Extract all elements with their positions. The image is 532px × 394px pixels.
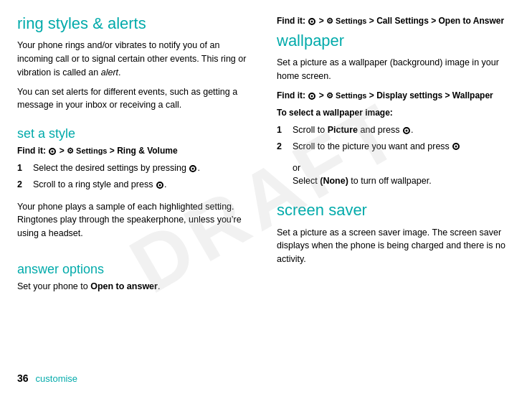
open-to-answer-bold: Open to answer bbox=[90, 281, 158, 291]
wallpaper-title: wallpaper bbox=[277, 32, 515, 50]
dot-icon-1 bbox=[49, 148, 56, 155]
wp-step-1-text: Scroll to Picture and press . bbox=[293, 123, 413, 137]
find-it-arrow-1: > bbox=[60, 146, 67, 156]
answer-options-title: answer options bbox=[17, 262, 255, 277]
find-it-wp-arrow: > bbox=[319, 90, 326, 100]
find-it-wp-path: > Display settings > Wallpaper bbox=[369, 90, 493, 100]
find-it-answer-settings: ⚙ Settings bbox=[326, 17, 366, 25]
page-container: ring styles & alerts Your phone rings an… bbox=[0, 0, 532, 394]
find-it-wp-label: Find it: bbox=[277, 90, 305, 100]
step-1-num: 1 bbox=[17, 161, 27, 175]
find-it-setstyle: Find it: > ⚙ Settings > Ring & Volume bbox=[17, 144, 255, 157]
wp-step-2: 2 Scroll to the picture you want and pre… bbox=[277, 140, 515, 154]
page-footer: 36 customise bbox=[17, 372, 77, 384]
wallpaper-body: Set a picture as a wallpaper (background… bbox=[277, 56, 515, 83]
dot-icon-answer bbox=[308, 18, 315, 25]
find-it-answer-path: > Call Settings > Open to Answer bbox=[369, 16, 504, 26]
page-number: 36 bbox=[17, 372, 29, 384]
wp-step-1: 1 Scroll to Picture and press . bbox=[277, 123, 515, 137]
step-2: 2 Scroll to a ring style and press . bbox=[17, 178, 255, 192]
step-2-num: 2 bbox=[17, 178, 27, 192]
wp-step-2-num: 2 bbox=[277, 140, 287, 154]
find-it-wp-settings: ⚙ Settings bbox=[326, 91, 366, 100]
wp-step-2-text: Scroll to the picture you want and press bbox=[293, 140, 460, 154]
right-column: Find it: > ⚙ Settings > Call Settings > … bbox=[277, 14, 515, 380]
page-label: customise bbox=[36, 373, 78, 384]
intro-paragraph-1: Your phone rings and/or vibrates to noti… bbox=[17, 39, 255, 79]
intro-text-1-end: . bbox=[118, 67, 120, 78]
main-title: ring styles & alerts bbox=[17, 14, 255, 33]
wp-step-1-num: 1 bbox=[277, 123, 287, 137]
set-style-steps: 1 Select the desired settings by pressin… bbox=[17, 161, 255, 194]
find-it-answer-arrow: > bbox=[319, 16, 326, 26]
find-it-wallpaper: Find it: > ⚙ Settings > Display settings… bbox=[277, 89, 515, 102]
or-text: or bbox=[293, 163, 515, 173]
step-note: Your phone plays a sample of each highli… bbox=[17, 200, 255, 240]
left-column: ring styles & alerts Your phone rings an… bbox=[17, 14, 255, 380]
dot-icon-wp bbox=[308, 93, 315, 100]
find-it-ring: > Ring & Volume bbox=[110, 146, 178, 156]
screen-saver-body: Set a picture as a screen saver image. T… bbox=[277, 226, 515, 266]
find-it-label: Find it: bbox=[17, 146, 46, 156]
step-1: 1 Select the desired settings by pressin… bbox=[17, 161, 255, 175]
find-it-answer: Find it: > ⚙ Settings > Call Settings > … bbox=[277, 14, 515, 27]
intro-text-1: Your phone rings and/or vibrates to noti… bbox=[17, 40, 246, 78]
set-style-title: set a style bbox=[17, 126, 255, 141]
select-wallpaper-label: To select a wallpaper image: bbox=[277, 106, 515, 119]
screen-saver-title: screen saver bbox=[277, 201, 515, 220]
find-it-settings-icon: ⚙ Settings bbox=[67, 146, 107, 155]
alert-word: alert bbox=[101, 67, 118, 78]
none-bold: (None) bbox=[320, 176, 348, 186]
step-2-text: Scroll to a ring style and press . bbox=[33, 178, 166, 192]
step-1-text: Select the desired settings by pressing … bbox=[33, 161, 200, 175]
select-none-text: Select (None) to turn off wallpaper. bbox=[293, 174, 515, 188]
intro-paragraph-2: You can set alerts for different events,… bbox=[17, 85, 255, 113]
answer-body: Set your phone to Open to answer. bbox=[17, 280, 255, 294]
wallpaper-steps: 1 Scroll to Picture and press . 2 Scroll… bbox=[277, 123, 515, 156]
find-it-answer-label: Find it: bbox=[277, 16, 305, 26]
